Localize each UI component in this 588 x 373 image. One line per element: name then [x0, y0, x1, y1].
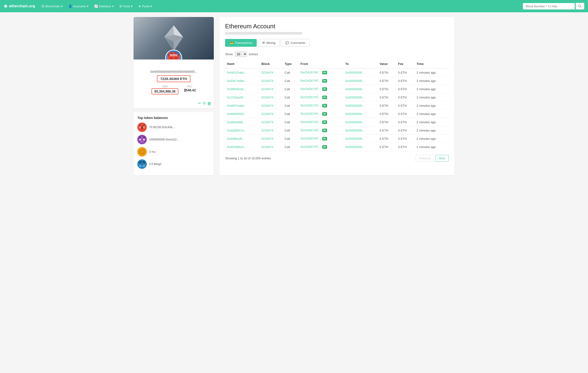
tx-to[interactable]: 0x00000000... [343, 118, 378, 126]
token-info: 0.5 Ming2 [149, 162, 162, 166]
tab-comments[interactable]: 💬 Comments [281, 39, 310, 47]
svg-rect-27 [139, 126, 141, 128]
tx-from[interactable]: 0xcD42b7AF... IN [298, 77, 343, 85]
transactions-table-body: 0x06532ab4... 5219474 Call 0xcD42b7AF...… [225, 68, 449, 151]
tx-block[interactable]: 5219474 [260, 68, 283, 77]
tx-to[interactable]: 0x00000000... [343, 143, 378, 151]
tx-hash[interactable]: 0x27a5ac5f... [225, 93, 260, 102]
tx-from[interactable]: 0xcD42b7AF... IN [298, 85, 343, 93]
nav-tools[interactable]: ⊞ Tools ▾ [117, 3, 135, 10]
tx-to[interactable]: 0x00000000... [343, 68, 378, 77]
tx-from[interactable]: 0xcD42b7AF... IN [298, 102, 343, 110]
tx-to[interactable]: 0x00000000... [343, 93, 378, 102]
tx-fee: 0 ETH [396, 77, 415, 85]
qr-icon[interactable]: ▦ [207, 101, 211, 106]
tx-time: 2 minutes ago [415, 135, 449, 143]
token-list: 70.95238 0x5c40e... 1000000000 0xe1e22..… [137, 123, 210, 169]
token-avatar-icon [137, 135, 147, 144]
tx-hash[interactable]: 0x68d2df3b... [225, 118, 260, 126]
tx-block[interactable]: 5219474 [260, 85, 283, 93]
nav-statistics[interactable]: 📈 Statistics ▾ [92, 3, 116, 10]
page-body: 0x000000000000000000000000... 7228.36369… [129, 12, 459, 180]
nav-accounts[interactable]: 👤 Accounts ▾ [66, 3, 91, 10]
svg-rect-13 [168, 54, 170, 56]
tx-type: Call [283, 102, 298, 110]
comments-icon: 💬 [285, 41, 289, 45]
tx-to[interactable]: 0x00000000... [343, 135, 378, 143]
token-info: 2 mu [149, 150, 156, 153]
tx-block[interactable]: 5219474 [260, 143, 283, 151]
previous-button[interactable]: Previous [416, 155, 435, 162]
next-button[interactable]: Next [435, 155, 449, 162]
tx-from[interactable]: 0xcD42b7AF... IN [298, 118, 343, 126]
token-item: 0.5 Ming2 [137, 159, 210, 169]
tx-block[interactable]: 5219474 [260, 135, 283, 143]
search-button[interactable] [576, 3, 584, 10]
tx-block[interactable]: 5219474 [260, 93, 283, 102]
tx-from[interactable]: 0xcD42b7AF... IN [298, 68, 343, 77]
tx-to[interactable]: 0x00000000... [343, 77, 378, 85]
blockchain-icon: ⛓ [41, 4, 44, 8]
tx-from[interactable]: 0xcD42b7AF... IN [298, 126, 343, 135]
tx-to[interactable]: 0x00000000... [343, 110, 378, 118]
edit-icon[interactable]: ✏ [198, 101, 201, 106]
svg-rect-25 [141, 124, 143, 126]
table-row: 0xd697eaeb... 5219474 Call 0xcD42b7AF...… [225, 102, 449, 110]
tx-to[interactable]: 0x00000000... [343, 126, 378, 135]
svg-rect-16 [178, 54, 179, 56]
account-hero [134, 17, 214, 60]
tx-hash[interactable]: 0x984565b5... [225, 110, 260, 118]
direction-badge: IN [322, 104, 327, 107]
tx-to[interactable]: 0x00000000... [343, 85, 378, 93]
tx-time: 2 minutes ago [415, 143, 449, 151]
tx-hash[interactable]: 0xda58947e... [225, 126, 260, 135]
table-row: 0x39509c0e... 5219474 Call 0xcD42b7AF...… [225, 85, 449, 93]
tx-hash[interactable]: 0xd0296bcb... [225, 143, 260, 151]
tx-from[interactable]: 0xcD42b7AF... IN [298, 135, 343, 143]
tx-hash[interactable]: 0xbd9fac6f... [225, 135, 260, 143]
tx-from[interactable]: 0xcD42b7AF... IN [298, 110, 343, 118]
tx-block[interactable]: 5219474 [260, 77, 283, 85]
search-input[interactable] [523, 3, 575, 10]
tx-to[interactable]: 0x00000000... [343, 102, 378, 110]
brand-logo[interactable]: etherchain.org [4, 4, 35, 8]
tx-block[interactable]: 5219474 [260, 126, 283, 135]
account-info: 0x000000000000000000000000... 7228.36369… [134, 60, 214, 101]
tx-time: 2 minutes ago [415, 118, 449, 126]
tx-from[interactable]: 0xcD42b7AF... IN [298, 93, 343, 102]
svg-rect-37 [139, 139, 141, 140]
tx-from[interactable]: 0xcD42b7AF... IN [298, 143, 343, 151]
showing-text: Showing 1 to 10 of 10,000 entries [225, 157, 271, 160]
tx-hash[interactable]: 0x39509c0e... [225, 85, 260, 93]
tx-block[interactable]: 5219474 [260, 102, 283, 110]
page-title: Ethereum Account [225, 23, 449, 30]
tab-transactions[interactable]: 💳 Transactions [225, 39, 257, 47]
svg-rect-18 [170, 57, 173, 59]
nav-pools[interactable]: ★ Pools ▾ [136, 3, 155, 10]
tx-value: 0 ETH [378, 143, 396, 151]
direction-badge: IN [322, 112, 327, 116]
entries-select[interactable]: 10 25 50 100 [235, 52, 247, 57]
tx-hash[interactable]: 0x03e74d9d... [225, 77, 260, 85]
col-to: To [343, 60, 378, 68]
tx-type: Call [283, 143, 298, 151]
svg-rect-35 [141, 137, 143, 139]
fiat-values: USD $5,384,986.38 BTC ₿548.42 [137, 85, 210, 95]
tx-fee: 0 ETH [396, 85, 415, 93]
svg-rect-30 [139, 128, 141, 130]
nav-blockchain[interactable]: ⛓ Blockchain ▾ [39, 3, 65, 10]
tx-time: 2 minutes ago [415, 85, 449, 93]
svg-rect-12 [175, 52, 177, 54]
tx-hash[interactable]: 0xd697eaeb... [225, 102, 260, 110]
tab-mining[interactable]: ⚒ Mining [258, 39, 280, 47]
svg-rect-39 [143, 139, 145, 140]
token-item: 70.95238 0x5c40e... [137, 123, 210, 132]
svg-rect-19 [175, 57, 178, 59]
svg-rect-17 [168, 56, 179, 60]
tx-hash[interactable]: 0x06532ab4... [225, 68, 260, 77]
tx-block[interactable]: 5219474 [260, 110, 283, 118]
show-label: Show [225, 53, 233, 56]
accounts-dropdown-icon: ▾ [87, 4, 88, 8]
copy-icon[interactable]: ⧉ [203, 101, 206, 106]
tx-block[interactable]: 5219474 [260, 118, 283, 126]
